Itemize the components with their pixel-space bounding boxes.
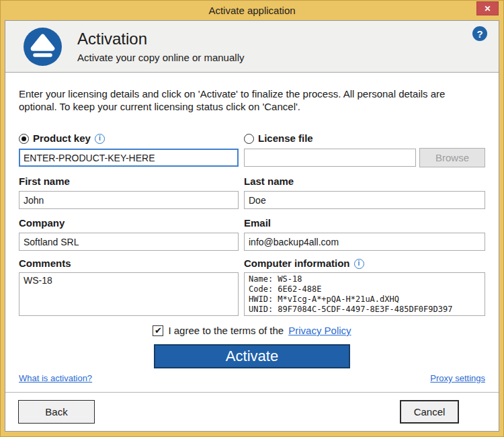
agreement-row: ✔ I agree to the terms of the Privacy Po… [19, 325, 485, 336]
question-mark-icon: ? [476, 28, 482, 40]
email-input[interactable] [244, 233, 485, 251]
product-key-cell: Product key i [19, 113, 239, 167]
company-label: Company [19, 216, 239, 230]
dialog-body: Activation Activate your copy online or … [5, 20, 499, 432]
links-row: What is activation? Proxy settings [19, 373, 485, 383]
computer-info-label: Computer information [244, 257, 350, 270]
first-name-cell: First name [19, 167, 239, 209]
page-title: Activation [77, 30, 244, 48]
check-icon: ✔ [155, 326, 162, 335]
comments-textarea[interactable] [19, 272, 239, 316]
comments-cell: Comments [19, 251, 239, 319]
page-subtitle: Activate your copy online or manually [77, 52, 244, 63]
comments-label: Comments [19, 257, 239, 270]
product-key-label: Product key [33, 132, 91, 145]
titlebar: Activate application ✕ [0, 0, 504, 20]
intro-text: Enter your licensing details and click o… [19, 87, 473, 113]
close-icon: ✕ [484, 4, 491, 13]
proxy-settings-link[interactable]: Proxy settings [430, 373, 485, 383]
agreement-text: I agree to the terms of the [168, 325, 284, 336]
what-is-activation-link[interactable]: What is activation? [19, 373, 92, 383]
product-key-head: Product key i [19, 132, 239, 145]
first-name-input[interactable] [19, 191, 239, 209]
footer: Back Cancel [5, 392, 499, 431]
privacy-policy-link[interactable]: Privacy Policy [288, 325, 351, 336]
email-cell: Email [244, 209, 485, 251]
close-button[interactable]: ✕ [476, 1, 499, 15]
computer-info-box: Name: WS-18 Code: 6E62-488E HWID: M*vIcg… [244, 272, 485, 316]
license-file-input[interactable] [244, 149, 416, 167]
last-name-cell: Last name [244, 167, 485, 209]
agree-checkbox[interactable]: ✔ [153, 325, 163, 336]
header-text: Activation Activate your copy online or … [77, 30, 244, 63]
app-logo-icon [24, 28, 62, 66]
help-button[interactable]: ? [472, 26, 487, 41]
product-key-radio[interactable] [19, 134, 29, 144]
window-title: Activate application [208, 5, 295, 16]
email-label: Email [244, 216, 485, 230]
browse-button[interactable]: Browse [419, 148, 485, 167]
computer-info-head: Computer information i [244, 257, 485, 270]
company-cell: Company [19, 209, 239, 251]
activate-button[interactable]: Activate [154, 344, 350, 368]
license-file-cell: License file Browse [244, 113, 485, 167]
license-file-head: License file [244, 132, 485, 145]
license-file-row: Browse [244, 149, 485, 167]
back-button[interactable]: Back [18, 400, 95, 424]
main-content: Enter your licensing details and click o… [5, 73, 499, 392]
computer-info-info-icon[interactable]: i [354, 259, 364, 269]
license-file-radio[interactable] [244, 134, 254, 144]
last-name-label: Last name [244, 175, 485, 188]
computer-info-cell: Computer information i Name: WS-18 Code:… [244, 251, 485, 319]
product-key-input[interactable] [19, 149, 239, 167]
cancel-button[interactable]: Cancel [400, 400, 459, 424]
company-input[interactable] [19, 233, 239, 251]
product-key-info-icon[interactable]: i [95, 134, 105, 144]
first-name-label: First name [19, 175, 239, 188]
last-name-input[interactable] [244, 191, 485, 209]
form-grid: Product key i License file Browse [19, 113, 485, 319]
header: Activation Activate your copy online or … [5, 21, 499, 73]
activation-dialog: Activate application ✕ Activation Activa… [0, 0, 504, 437]
license-file-label: License file [258, 132, 313, 145]
